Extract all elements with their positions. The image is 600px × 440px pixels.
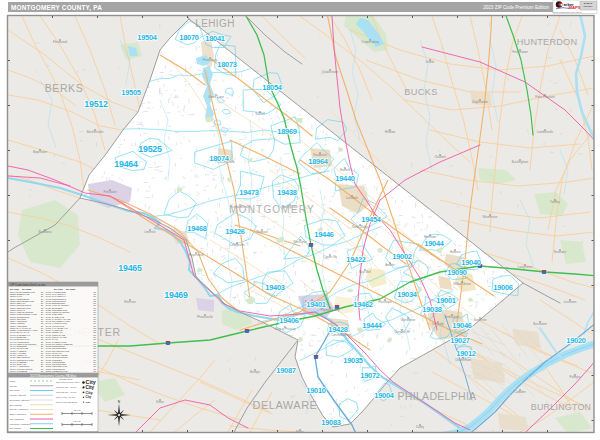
svg-text:BUCKS: BUCKS	[404, 87, 438, 97]
svg-text:Royersford: Royersford	[189, 253, 204, 257]
svg-text:King of Prussia: King of Prussia	[275, 327, 296, 331]
svg-text:Primary Streets: Primary Streets	[10, 394, 27, 397]
svg-text:19468: 19468	[187, 224, 207, 233]
svg-text:19087: 19087	[276, 366, 296, 375]
svg-text:DELAWARE: DELAWARE	[253, 399, 318, 411]
svg-text:Wyndmoor: Wyndmoor	[401, 318, 415, 322]
svg-text:Coopersburg: Coopersburg	[361, 40, 379, 44]
svg-text:19083: 19083	[321, 418, 341, 427]
svg-text:Pennsburg: Pennsburg	[203, 58, 218, 62]
svg-text:ZIP Code Index/Grid Locator: ZIP Code Index/Grid Locator	[10, 283, 46, 287]
svg-text:19046: 19046	[452, 321, 472, 330]
svg-text:19428: 19428	[328, 325, 348, 334]
svg-text:Fleetwood: Fleetwood	[53, 40, 67, 44]
svg-text:City: City	[86, 401, 91, 404]
svg-text:MONTGOMERY: MONTGOMERY	[229, 204, 315, 215]
svg-text:18969: 18969	[277, 127, 297, 136]
svg-text:19072: 19072	[360, 371, 380, 380]
svg-text:18074: 18074	[209, 154, 230, 163]
svg-text:19444: 19444	[362, 321, 383, 330]
svg-text:2023 ZIP Code Premium Edition: 2023 ZIP Code Premium Edition	[483, 5, 549, 10]
svg-text:18964: 18964	[308, 157, 329, 166]
svg-text:Blue Bell: Blue Bell	[359, 270, 371, 274]
svg-text:19426: 19426	[225, 227, 245, 236]
svg-text:19403: 19403	[265, 283, 285, 292]
svg-text:19006: 19006	[493, 283, 513, 292]
svg-text:Elverson: Elverson	[124, 300, 136, 304]
svg-text:Birdsboro: Birdsboro	[39, 230, 52, 234]
svg-text:18073: 18073	[217, 60, 237, 69]
svg-text:19034: 19034	[397, 290, 418, 299]
svg-text:0 2 4 mi: 0 2 4 mi	[73, 409, 81, 411]
svg-text:Center Sq: Center Sq	[323, 255, 337, 259]
svg-text:19525: 19525	[138, 144, 162, 154]
svg-text:Berwyn: Berwyn	[250, 370, 260, 374]
svg-text:19471: 19471	[10, 370, 16, 372]
svg-text:Buckingham: Buckingham	[512, 160, 529, 164]
svg-text:19040: 19040	[461, 258, 481, 267]
svg-text:HUNTERDON: HUNTERDON	[517, 37, 578, 47]
svg-text:19044: 19044	[424, 239, 445, 248]
svg-text:Exton: Exton	[156, 400, 164, 404]
svg-text:Toll Roads: Toll Roads	[10, 427, 22, 430]
svg-text:Lansdale: Lansdale	[346, 196, 359, 200]
svg-text:Newtown: Newtown	[554, 250, 567, 254]
svg-text:19462: 19462	[353, 300, 373, 309]
svg-text:Secondary Streets: Secondary Streets	[10, 399, 30, 402]
svg-text:19406: 19406	[279, 316, 299, 325]
svg-text:Cheltenham: Cheltenham	[455, 358, 472, 362]
svg-text:Salford: Salford	[255, 112, 265, 116]
svg-text:Interstate Highways: Interstate Highways	[10, 423, 32, 426]
svg-text:19469: 19469	[164, 290, 188, 300]
svg-text:ZIP Name: ZIP Name	[66, 288, 76, 290]
svg-text:19035: 19035	[343, 356, 363, 365]
svg-text:Limerick: Limerick	[144, 230, 156, 234]
svg-text:0 2 4 mi: 0 2 4 mi	[73, 420, 81, 422]
svg-text:19004: 19004	[374, 391, 395, 400]
svg-text:North Wales: North Wales	[352, 225, 369, 229]
svg-text:Langhorne: Langhorne	[518, 265, 533, 269]
svg-text:Darby: Darby	[416, 425, 425, 429]
svg-text:Collegeville: Collegeville	[229, 243, 245, 247]
svg-text:Worcester: Worcester	[293, 240, 307, 244]
svg-text:Ambler: Ambler	[385, 263, 395, 267]
svg-text:Hatfield: Hatfield	[340, 168, 351, 172]
svg-text:Frenchtown: Frenchtown	[512, 50, 528, 54]
svg-text:Conshohocken: Conshohocken	[331, 333, 351, 337]
svg-text:MONTGOMERY COUNTY, PA: MONTGOMERY COUNTY, PA	[11, 4, 102, 12]
svg-text:19002: 19002	[392, 252, 412, 261]
svg-text:19001: 19001	[436, 296, 456, 305]
svg-text:Point Pleasant: Point Pleasant	[535, 95, 555, 99]
svg-text:America Leading What-is-Where: America Leading What-is-Where Map Co	[552, 11, 581, 13]
svg-text:19465: 19465	[118, 263, 142, 273]
svg-text:19020: 19020	[566, 336, 586, 345]
svg-text:Somerton: Somerton	[473, 318, 486, 322]
svg-text:19012: 19012	[456, 349, 476, 358]
svg-text:Quakertown: Quakertown	[322, 70, 339, 74]
svg-text:18070: 18070	[179, 33, 199, 42]
svg-text:State Highways: State Highways	[10, 413, 27, 416]
svg-text:19038: 19038	[422, 305, 442, 314]
svg-text:BERKS: BERKS	[45, 82, 84, 94]
svg-text:US Highways: US Highways	[10, 418, 25, 421]
svg-text:19090: 19090	[447, 268, 467, 277]
svg-text:Palmyra: Palmyra	[569, 375, 580, 379]
svg-text:Yardley: Yardley	[550, 200, 560, 204]
svg-text:18054: 18054	[262, 83, 283, 92]
svg-text:Dublin: Dublin	[426, 60, 435, 64]
svg-text:19473: 19473	[239, 188, 259, 197]
svg-text:Bensalem: Bensalem	[533, 322, 547, 326]
svg-text:Trails: Trails	[10, 380, 17, 383]
svg-text:Camden: Camden	[514, 390, 526, 394]
svg-text:19446: 19446	[314, 230, 334, 239]
svg-text:19438: 19438	[277, 188, 297, 197]
svg-text:Pottstown: Pottstown	[103, 190, 117, 194]
svg-text:Hatboro: Hatboro	[450, 250, 461, 254]
svg-text:Boyertown: Boyertown	[33, 150, 48, 154]
svg-text:Plymouth Mtg: Plymouth Mtg	[321, 308, 340, 312]
svg-text:Exit Ramps: Exit Ramps	[10, 404, 23, 407]
svg-text:Lambertville: Lambertville	[537, 130, 554, 134]
svg-text:PHILADELPHIA: PHILADELPHIA	[398, 390, 477, 402]
svg-text:18041: 18041	[205, 34, 225, 43]
svg-text:Mileage Scale: Mileage Scale	[59, 378, 74, 380]
